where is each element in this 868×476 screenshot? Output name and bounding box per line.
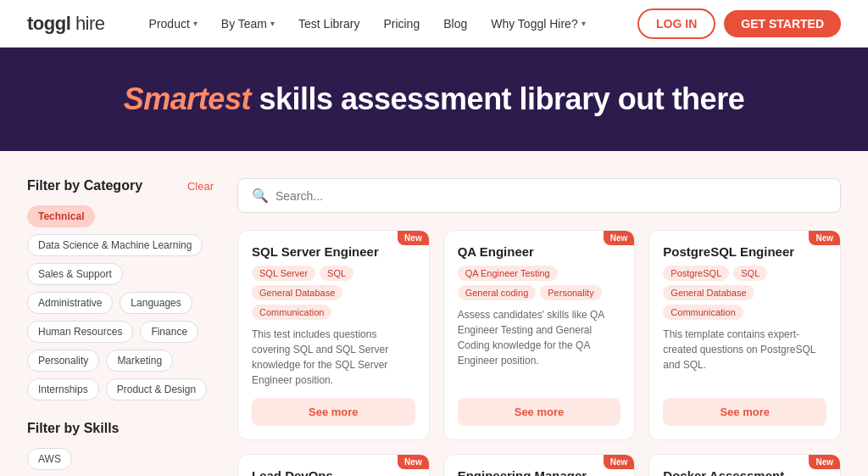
card-2: NewPostgreSQL EngineerPostgreSQLSQLGener… — [648, 230, 841, 440]
skill-filter-aws[interactable]: AWS — [27, 448, 72, 470]
card-see-more-button[interactable]: See more — [458, 398, 621, 426]
filter-category-title: Filter by Category Clear — [27, 178, 214, 193]
card-tag-item: Communication — [252, 305, 331, 320]
category-filters: TechnicalData Science & Machine Learning… — [27, 205, 214, 400]
card-badge: New — [398, 455, 429, 469]
category-filter-product---design[interactable]: Product & Design — [106, 378, 207, 400]
card-badge: New — [604, 231, 635, 245]
card-3: NewLead DevOps EngineerDevOpsHTTPGeneral… — [237, 454, 430, 476]
card-tag-item: SQL — [733, 266, 767, 281]
card-tag-item: General coding — [458, 285, 537, 300]
card-description: This template contains expert-created qu… — [663, 327, 826, 388]
search-bar: 🔍 — [237, 178, 841, 213]
category-filter-languages[interactable]: Languages — [120, 292, 192, 314]
nav-link-blog[interactable]: Blog — [433, 12, 477, 36]
card-title: Lead DevOps Engineer — [252, 468, 415, 476]
card-description: This test includes questions covering SQ… — [252, 327, 415, 388]
category-filter-finance[interactable]: Finance — [140, 321, 198, 343]
clear-button[interactable]: Clear — [187, 180, 214, 193]
card-title: PostgreSQL Engineer — [663, 244, 826, 259]
card-badge: New — [398, 231, 429, 245]
card-title: Engineering Manager — [458, 468, 621, 476]
search-icon: 🔍 — [252, 188, 269, 204]
cards-area: 🔍 NewSQL Server EngineerSQL ServerSQLGen… — [237, 178, 841, 476]
nav-links: Product▾By Team▾Test LibraryPricingBlogW… — [139, 12, 637, 36]
nav-link-test-library[interactable]: Test Library — [288, 12, 370, 36]
card-badge: New — [809, 231, 840, 245]
card-tag-item: SQL — [320, 266, 353, 281]
hero-title-italic: Smartest — [124, 81, 251, 116]
card-4: NewEngineering ManagerGeneral codingSee … — [443, 454, 636, 476]
hero-title-rest: skills assessment library out there — [251, 81, 744, 116]
nav-actions: LOG IN GET STARTED — [637, 8, 841, 39]
card-see-more-button[interactable]: See more — [663, 398, 826, 426]
card-5: NewDocker AssessmentDockerGeneral coding… — [648, 454, 841, 476]
nav-link-pricing[interactable]: Pricing — [373, 12, 430, 36]
category-filter-administrative[interactable]: Administrative — [27, 292, 113, 314]
card-tag-item: QA Engineer Testing — [458, 266, 558, 281]
category-filter-human-resources[interactable]: Human Resources — [27, 321, 133, 343]
sidebar: Filter by Category Clear TechnicalData S… — [27, 178, 214, 476]
card-tag-item: General Database — [663, 285, 754, 300]
hero-section: Smartest skills assessment library out t… — [0, 48, 868, 151]
category-filter-personality[interactable]: Personality — [27, 350, 99, 372]
hero-title: Smartest skills assessment library out t… — [17, 81, 851, 117]
card-title: QA Engineer — [458, 244, 621, 259]
main-content: Filter by Category Clear TechnicalData S… — [0, 151, 868, 476]
card-tags: PostgreSQLSQLGeneral DatabaseCommunicati… — [663, 266, 826, 320]
card-badge: New — [604, 455, 635, 469]
card-tag-item: Communication — [663, 305, 743, 320]
category-filter-internships[interactable]: Internships — [27, 378, 99, 400]
logo-text: toggl — [27, 13, 70, 34]
card-tag-item: Personality — [540, 285, 601, 300]
nav-link-by-team[interactable]: By Team▾ — [211, 12, 285, 36]
chevron-down-icon: ▾ — [193, 19, 198, 28]
card-title: Docker Assessment — [663, 468, 826, 476]
card-0: NewSQL Server EngineerSQL ServerSQLGener… — [237, 230, 430, 440]
login-button[interactable]: LOG IN — [637, 8, 715, 39]
chevron-down-icon: ▾ — [270, 19, 275, 28]
card-tag-item: PostgreSQL — [663, 266, 729, 281]
nav-link-why-toggl-hire?[interactable]: Why Toggl Hire?▾ — [481, 12, 595, 36]
category-filter-data-science---machine-learning[interactable]: Data Science & Machine Learning — [27, 234, 203, 256]
card-tags: SQL ServerSQLGeneral DatabaseCommunicati… — [252, 266, 415, 320]
card-badge: New — [809, 455, 840, 469]
skills-filters: AWSAccounting Functions and Operations — [27, 448, 214, 476]
card-tag-item: SQL Server — [252, 266, 315, 281]
category-filter-technical[interactable]: Technical — [27, 205, 95, 227]
card-description: Assess candidates' skills like QA Engine… — [458, 307, 621, 388]
navbar: toggl hire Product▾By Team▾Test LibraryP… — [0, 0, 868, 48]
card-tags: QA Engineer TestingGeneral codingPersona… — [458, 266, 621, 300]
filter-title-text: Filter by Category — [27, 178, 142, 193]
logo-suffix: hire — [70, 13, 104, 34]
nav-link-product[interactable]: Product▾ — [139, 12, 208, 36]
chevron-down-icon: ▾ — [581, 19, 586, 28]
logo[interactable]: toggl hire — [27, 13, 105, 35]
filter-skills-title: Filter by Skills — [27, 421, 214, 436]
card-tag-item: General Database — [252, 285, 342, 300]
card-1: NewQA EngineerQA Engineer TestingGeneral… — [443, 230, 636, 440]
card-title: SQL Server Engineer — [252, 244, 415, 259]
get-started-button[interactable]: GET STARTED — [724, 10, 841, 37]
category-filter-marketing[interactable]: Marketing — [106, 350, 173, 372]
cards-grid: NewSQL Server EngineerSQL ServerSQLGener… — [237, 230, 841, 476]
search-input[interactable] — [275, 189, 826, 203]
category-filter-sales---support[interactable]: Sales & Support — [27, 263, 123, 285]
card-see-more-button[interactable]: See more — [252, 398, 415, 426]
